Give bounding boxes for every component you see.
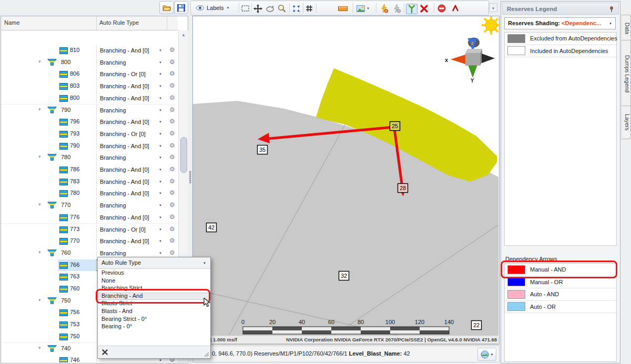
rule-dropdown-arrow-icon[interactable]: ▼: [159, 228, 162, 231]
auto-rule-cell[interactable]: Branching - And [0]: [96, 235, 157, 247]
scrollbar-thumb[interactable]: [180, 137, 187, 173]
collapse-arrow-icon[interactable]: ▾: [38, 107, 41, 112]
rule-dropdown-arrow-icon[interactable]: ▼: [159, 109, 162, 112]
tree-row-773[interactable]: 773Branching - Or [0]▼⚙: [1, 224, 178, 236]
auto-rule-cell[interactable]: Branching: [96, 152, 157, 164]
auto-rule-cell[interactable]: Branching: [96, 105, 157, 117]
dropdown-item[interactable]: Blasts - And: [98, 308, 210, 316]
gear-icon[interactable]: ⚙: [167, 118, 177, 125]
rule-dropdown-arrow-icon[interactable]: ▼: [159, 61, 162, 64]
auto-rule-cell[interactable]: Branching - And [0]: [96, 176, 157, 188]
view-mode-button[interactable]: ▼: [477, 348, 496, 361]
rule-dropdown-arrow-icon[interactable]: ▼: [159, 252, 162, 255]
close-icon[interactable]: [102, 349, 108, 355]
legend-row[interactable]: Auto - OR: [505, 301, 616, 314]
rule-dropdown-arrow-icon[interactable]: ▼: [159, 180, 162, 183]
auto-rule-cell[interactable]: Branching - And [0]: [96, 140, 157, 152]
open-file-button[interactable]: [159, 1, 174, 14]
labels-button[interactable]: Labels ▼: [193, 2, 232, 14]
dropdown-item[interactable]: Blasts Strict: [98, 300, 210, 308]
auto-rule-cell[interactable]: Branching - And [0]: [96, 212, 157, 224]
tree-row-770[interactable]: 770Branching - And [0]▼⚙: [1, 235, 178, 248]
rule-dropdown-arrow-icon[interactable]: ▼: [159, 156, 162, 159]
auto-rule-cell[interactable]: Branching - And [0]: [96, 45, 157, 57]
rule-dropdown-arrow-icon[interactable]: ▼: [159, 240, 162, 243]
auto-rule-cell[interactable]: Branching: [96, 57, 157, 69]
gear-icon[interactable]: ⚙: [167, 70, 177, 77]
legend-row[interactable]: Auto - AND: [505, 288, 616, 301]
side-tab-data[interactable]: Data: [621, 15, 631, 42]
gear-icon[interactable]: ⚙: [167, 153, 177, 161]
rule-dropdown-arrow-icon[interactable]: ▼: [159, 97, 162, 100]
rule-dropdown-arrow-icon[interactable]: ▼: [159, 168, 162, 171]
dependency-add-icon[interactable]: [380, 4, 389, 13]
gear-icon[interactable]: ⚙: [167, 178, 177, 185]
dropdown-item[interactable]: Branching Strict: [98, 285, 210, 293]
tree-row-790[interactable]: ▾790Branching▼⚙: [1, 105, 178, 117]
tree-row-793[interactable]: 793Branching - Or [0]▼⚙: [1, 128, 178, 141]
gear-icon[interactable]: ⚙: [167, 165, 177, 173]
direction-caret-icon[interactable]: [452, 4, 459, 13]
dropdown-header[interactable]: Auto Rule Type ▼: [98, 257, 210, 269]
gear-icon[interactable]: ⚙: [167, 225, 177, 233]
rule-dropdown-arrow-icon[interactable]: ▼: [159, 49, 162, 52]
exclude-icon[interactable]: [437, 4, 446, 13]
image-dropdown-arrow[interactable]: ▼: [367, 4, 370, 13]
labels-dropdown-arrow[interactable]: ▼: [226, 6, 229, 9]
collapse-arrow-icon[interactable]: ▾: [38, 297, 41, 303]
dropdown-item[interactable]: Bearing Strict - 0°: [98, 316, 210, 324]
gear-icon[interactable]: ⚙: [167, 201, 177, 209]
toolbar-overflow-button[interactable]: ▼: [489, 3, 497, 12]
collapse-arrow-icon[interactable]: ▾: [38, 249, 41, 255]
resize-grip-icon[interactable]: [203, 351, 209, 357]
side-tab-layers[interactable]: Layers: [621, 106, 631, 139]
tree-row-770[interactable]: ▾770Branching▼⚙: [1, 200, 178, 212]
dependency-branch-icon[interactable]: [406, 4, 418, 14]
rule-dropdown-arrow-icon[interactable]: ▼: [159, 85, 162, 88]
grid-icon[interactable]: [306, 4, 313, 13]
orbit-icon[interactable]: [266, 4, 274, 13]
gear-icon[interactable]: ⚙: [167, 94, 177, 101]
viewport-3d[interactable]: 253528423222 z x Y: [192, 16, 500, 345]
tree-row-780[interactable]: 780Branching - And [0]▼⚙: [1, 188, 178, 200]
gear-icon[interactable]: ⚙: [167, 142, 177, 149]
auto-rule-cell[interactable]: Branching - And [0]: [96, 188, 157, 200]
rule-dropdown-arrow-icon[interactable]: ▼: [159, 204, 162, 207]
auto-rule-cell[interactable]: Branching - Or [0]: [96, 68, 157, 80]
collapse-arrow-icon[interactable]: ▾: [38, 59, 41, 64]
tree-row-800[interactable]: ▾800Branching▼⚙: [1, 57, 178, 69]
panel-splitter[interactable]: ●●●●●●: [189, 171, 191, 183]
auto-rule-cell[interactable]: Branching - And [0]: [96, 80, 157, 92]
gear-icon[interactable]: ⚙: [167, 213, 177, 221]
dropdown-item[interactable]: Bearing - 0°: [98, 323, 210, 331]
zoom-extents-icon[interactable]: [292, 4, 301, 13]
rule-dropdown-arrow-icon[interactable]: ▼: [159, 120, 162, 123]
tree-row-780[interactable]: ▾780Branching▼⚙: [1, 152, 178, 164]
gear-icon[interactable]: ⚙: [167, 46, 177, 54]
rule-dropdown-arrow-icon[interactable]: ▼: [159, 359, 162, 362]
zoom-icon[interactable]: [278, 4, 286, 13]
auto-rule-cell[interactable]: Branching - Or [0]: [96, 128, 157, 140]
tree-row-810[interactable]: 810Branching - And [0]▼⚙: [1, 45, 178, 57]
pin-icon[interactable]: [609, 6, 614, 13]
rule-dropdown-arrow-icon[interactable]: ▼: [159, 132, 162, 136]
select-rectangle-icon[interactable]: [241, 4, 249, 13]
dropdown-item[interactable]: Branching - And: [98, 293, 210, 300]
rule-dropdown-arrow-icon[interactable]: ▼: [159, 192, 162, 195]
legend-row[interactable]: Excluded from AutoDependencies: [505, 33, 616, 45]
gear-icon[interactable]: ⚙: [167, 82, 177, 89]
pan-icon[interactable]: [253, 4, 262, 13]
tree-row-783[interactable]: 783Branching - And [0]▼⚙: [1, 176, 178, 189]
tree-row-800[interactable]: 800Branching - And [0]▼⚙: [1, 92, 178, 105]
gear-icon[interactable]: ⚙: [167, 106, 177, 113]
tree-row-786[interactable]: 786Branching - And [0]▼⚙: [1, 164, 178, 176]
side-tab-dumps-legend[interactable]: Dumps Legend: [621, 40, 631, 108]
auto-rule-cell[interactable]: Branching - And [0]: [96, 164, 157, 176]
collapse-arrow-icon[interactable]: ▾: [38, 345, 41, 350]
dropdown-item[interactable]: Previous: [98, 269, 210, 277]
gear-icon[interactable]: ⚙: [167, 130, 177, 137]
gear-icon[interactable]: ⚙: [167, 237, 177, 244]
tree-row-790[interactable]: 790Branching - And [0]▼⚙: [1, 140, 178, 153]
measure-icon[interactable]: [338, 4, 348, 13]
rule-dropdown-arrow-icon[interactable]: ▼: [159, 72, 162, 76]
